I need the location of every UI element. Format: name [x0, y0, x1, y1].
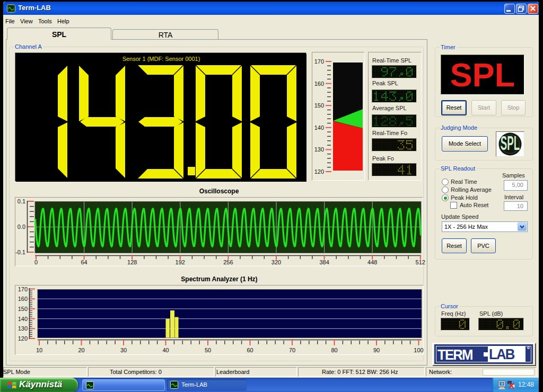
svg-text:90: 90	[373, 347, 380, 353]
svg-text:160: 160	[18, 296, 28, 302]
svg-text:150: 150	[314, 102, 324, 109]
svg-text:140: 140	[314, 124, 324, 131]
svg-text:130: 130	[314, 146, 324, 153]
svg-text:512: 512	[416, 259, 425, 265]
svg-text:384: 384	[319, 259, 329, 265]
svg-text:140: 140	[18, 316, 28, 322]
svg-text:70: 70	[289, 347, 295, 353]
svg-text:0: 0	[34, 259, 38, 265]
svg-text:30: 30	[120, 347, 127, 353]
svg-text:0.0: 0.0	[17, 224, 25, 230]
svg-text:320: 320	[272, 259, 281, 265]
svg-text:160: 160	[314, 81, 324, 87]
svg-text:170: 170	[314, 58, 324, 65]
svg-text:40: 40	[162, 347, 169, 353]
svg-text:64: 64	[81, 259, 87, 265]
svg-text:-0.1: -0.1	[15, 249, 25, 255]
svg-text:0.1: 0.1	[17, 198, 25, 204]
svg-text:448: 448	[367, 259, 377, 265]
svg-text:128: 128	[127, 259, 137, 265]
svg-text:20: 20	[78, 347, 84, 353]
svg-text:60: 60	[247, 347, 253, 353]
svg-text:130: 130	[18, 325, 28, 332]
svg-text:10: 10	[36, 347, 42, 353]
svg-text:192: 192	[176, 259, 185, 265]
svg-text:50: 50	[205, 347, 211, 353]
svg-text:100: 100	[414, 347, 423, 353]
svg-text:SPL: SPL	[501, 132, 520, 154]
svg-text:120: 120	[314, 168, 324, 175]
svg-text:150: 150	[18, 306, 28, 312]
svg-text:80: 80	[331, 347, 337, 353]
svg-text:256: 256	[223, 259, 233, 265]
svg-text:170: 170	[18, 286, 28, 292]
svg-text:120: 120	[18, 335, 28, 342]
